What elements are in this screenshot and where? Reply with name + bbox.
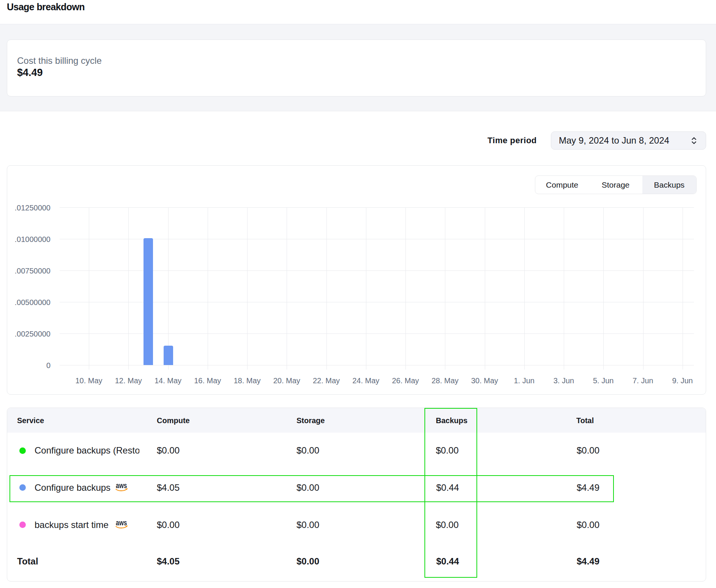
svg-text:aws: aws <box>116 520 127 527</box>
